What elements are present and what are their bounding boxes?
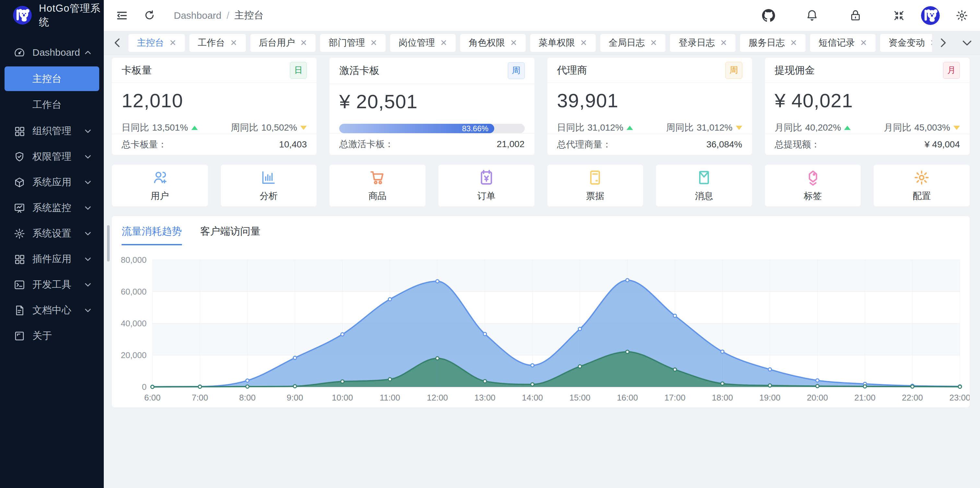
tab-close-icon[interactable]: ✕ xyxy=(510,38,517,48)
svg-text:11:00: 11:00 xyxy=(380,393,400,402)
chevron-up-icon xyxy=(83,48,93,57)
tab-close-icon[interactable]: ✕ xyxy=(930,38,932,48)
trend-label: 周同比 xyxy=(666,122,693,134)
sidebar: HotGo管理系统 Dashboard 主控台 工作台 组织管理 权限管理 xyxy=(0,0,104,488)
avatar[interactable] xyxy=(921,6,940,25)
tab-close-icon[interactable]: ✕ xyxy=(790,38,797,48)
stat-value: 12,010 xyxy=(122,89,307,112)
logo-koala-icon xyxy=(13,6,32,25)
tab-close-icon[interactable]: ✕ xyxy=(370,38,377,48)
tab-close-icon[interactable]: ✕ xyxy=(720,38,727,48)
lock-icon[interactable] xyxy=(849,9,862,22)
sidebar-item-dashboard[interactable]: Dashboard xyxy=(0,40,104,65)
tab-item[interactable]: 全局日志✕ xyxy=(600,34,666,52)
tab-item[interactable]: 服务日志✕ xyxy=(740,34,805,52)
tab-close-icon[interactable]: ✕ xyxy=(440,38,447,48)
svg-text:17:00: 17:00 xyxy=(665,393,686,402)
tab-item[interactable]: 菜单权限✕ xyxy=(530,34,596,52)
sidebar-item-label: 开发工具 xyxy=(32,278,83,291)
sidebar-item-plugin-app[interactable]: 插件应用 xyxy=(0,246,104,272)
progress-label: 83.66% xyxy=(462,124,488,133)
sidebar-item-sys-monitor[interactable]: 系统监控 xyxy=(0,195,104,221)
top-header: Dashboard / 主控台 xyxy=(104,0,980,31)
sidebar-subitem-label: 主控台 xyxy=(32,72,62,86)
tab-item[interactable]: 后台用户✕ xyxy=(250,34,316,52)
shortcut-label: 订单 xyxy=(477,190,495,202)
frame-icon xyxy=(14,330,25,342)
trend-value: 10,502% xyxy=(261,122,298,133)
svg-text:22:00: 22:00 xyxy=(902,393,923,402)
stat-card-card-volume: 卡板量 日 12,010 日同比13,501% 周同比10,502% 总卡板量：… xyxy=(112,58,317,155)
sidebar-item-label: 关于 xyxy=(32,329,93,342)
shortcut-label: 消息 xyxy=(695,190,713,202)
tab-item[interactable]: 部门管理✕ xyxy=(320,34,386,52)
sidebar-item-doc-center[interactable]: 文档中心 xyxy=(0,298,104,323)
tab-close-icon[interactable]: ✕ xyxy=(230,38,237,48)
shortcut-config[interactable]: 配置 xyxy=(873,165,970,206)
tab-close-icon[interactable]: ✕ xyxy=(860,38,867,48)
breadcrumb: Dashboard / 主控台 xyxy=(174,9,264,22)
bell-icon[interactable] xyxy=(805,9,818,22)
shortcut-users[interactable]: 用户 xyxy=(112,165,208,206)
sidebar-item-perm-management[interactable]: 权限管理 xyxy=(0,144,104,170)
progress-bar: 83.66% xyxy=(339,124,524,133)
tab-item[interactable]: 资金变动✕ xyxy=(880,34,932,52)
sidebar-item-dev-tools[interactable]: 开发工具 xyxy=(0,272,104,298)
refresh-icon[interactable] xyxy=(143,9,156,22)
scrollbar-thumb[interactable] xyxy=(107,225,110,261)
breadcrumb-root[interactable]: Dashboard xyxy=(174,10,221,21)
tab-traffic-trend[interactable]: 流量消耗趋势 xyxy=(122,225,182,245)
fullscreen-icon[interactable] xyxy=(892,9,905,22)
tab-item[interactable]: 角色权限✕ xyxy=(460,34,526,52)
svg-text:40,000: 40,000 xyxy=(121,318,146,328)
chevron-down-icon xyxy=(83,254,93,264)
shortcut-tags[interactable]: 标签 xyxy=(765,165,861,206)
shortcut-analysis[interactable]: 分析 xyxy=(221,165,317,206)
sidebar-item-label: 系统设置 xyxy=(32,227,83,240)
gauge-icon xyxy=(14,47,25,58)
tabs-scroll-left-icon[interactable] xyxy=(111,36,124,49)
sidebar-item-sys-settings[interactable]: 系统设置 xyxy=(0,221,104,246)
sidebar-subitem-console[interactable]: 主控台 xyxy=(5,67,99,91)
sidebar-item-sys-app[interactable]: 系统应用 xyxy=(0,170,104,195)
svg-text:7:00: 7:00 xyxy=(192,393,208,402)
breadcrumb-current: 主控台 xyxy=(234,9,264,22)
order-icon xyxy=(478,169,495,186)
shortcut-messages[interactable]: 消息 xyxy=(656,165,752,206)
tab-item[interactable]: 短信记录✕ xyxy=(810,34,876,52)
tabs-dropdown-icon[interactable] xyxy=(961,36,974,49)
stat-card-commission: 提现佣金 月 ¥ 40,021 月同比40,202% 月同比45,003% 总提… xyxy=(765,58,970,155)
tab-item[interactable]: 登录日志✕ xyxy=(670,34,735,52)
shortcut-label: 商品 xyxy=(368,190,387,202)
tab-close-icon[interactable]: ✕ xyxy=(169,38,177,48)
tab-item[interactable]: 工作台✕ xyxy=(189,34,246,52)
github-icon[interactable] xyxy=(762,9,775,22)
gear-icon[interactable] xyxy=(955,9,968,22)
grid-icon xyxy=(14,254,25,265)
breadcrumb-separator: / xyxy=(227,10,229,21)
logo-row[interactable]: HotGo管理系统 xyxy=(0,0,104,30)
tab-close-icon[interactable]: ✕ xyxy=(300,38,307,48)
stat-title: 卡板量 xyxy=(122,63,152,77)
svg-text:60,000: 60,000 xyxy=(121,287,146,296)
chart-tabs: 流量消耗趋势 客户端访问量 xyxy=(112,216,970,245)
sidebar-subitem-label: 工作台 xyxy=(32,98,62,111)
sidebar-item-org-management[interactable]: 组织管理 xyxy=(0,118,104,144)
svg-text:23:00: 23:00 xyxy=(949,393,970,402)
grid-icon xyxy=(14,125,25,137)
shortcut-orders[interactable]: 订单 xyxy=(438,165,535,206)
shortcut-goods[interactable]: 商品 xyxy=(329,165,425,206)
tab-close-icon[interactable]: ✕ xyxy=(650,38,657,48)
menu-fold-icon[interactable] xyxy=(115,9,129,22)
sidebar-subitem-workbench[interactable]: 工作台 xyxy=(5,92,99,117)
sidebar-item-about[interactable]: 关于 xyxy=(0,323,104,349)
trend-label: 日同比 xyxy=(557,122,584,134)
tabs-scroll-right-icon[interactable] xyxy=(937,36,950,49)
tab-item[interactable]: 主控台✕ xyxy=(129,34,185,52)
period-badge: 周 xyxy=(725,62,742,79)
tab-close-icon[interactable]: ✕ xyxy=(580,38,587,48)
trend-down-icon xyxy=(300,126,307,130)
tab-item[interactable]: 岗位管理✕ xyxy=(390,34,456,52)
shortcut-tickets[interactable]: 票据 xyxy=(547,165,643,206)
tab-client-visits[interactable]: 客户端访问量 xyxy=(200,225,260,245)
